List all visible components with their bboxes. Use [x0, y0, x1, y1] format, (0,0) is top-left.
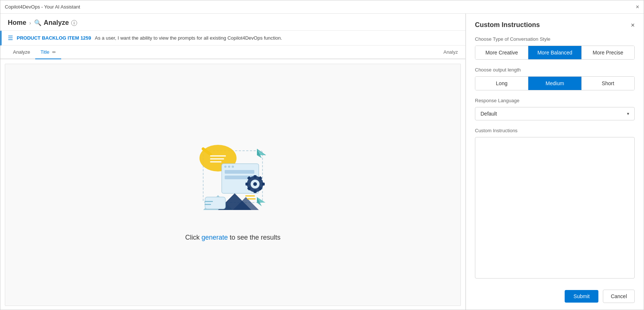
backlog-item-icon: ☰: [8, 34, 13, 41]
custom-instructions-textarea[interactable]: [475, 137, 635, 279]
response-language-value: Default: [480, 111, 497, 117]
submit-button[interactable]: Submit: [565, 290, 599, 303]
style-more-balanced-button[interactable]: More Balanced: [528, 46, 581, 59]
item-description: As a user, I want the ability to view th…: [95, 35, 282, 41]
tab-row: Analyze Title ✏ Analyz: [0, 46, 465, 59]
panel-header: Custom Instructions ×: [475, 21, 635, 29]
svg-rect-20: [245, 183, 248, 186]
output-length-label: Choose output length: [475, 67, 635, 73]
style-more-creative-button[interactable]: More Creative: [475, 46, 528, 59]
analyze-label: Analyze: [44, 19, 69, 27]
window-close-button[interactable]: ×: [636, 4, 639, 10]
custom-instructions-label: Custom Instructions: [475, 128, 635, 133]
backlog-item-link[interactable]: PRODUCT BACKLOG ITEM 1259: [17, 35, 91, 41]
action-buttons: Submit Cancel: [475, 286, 635, 303]
response-language-label: Response Language: [475, 98, 635, 103]
length-long-button[interactable]: Long: [475, 77, 528, 90]
conversation-style-group: More Creative More Balanced More Precise: [475, 46, 635, 60]
svg-point-17: [253, 182, 257, 186]
title-bar: Copilot4DevOps - Your AI Assistant ×: [0, 0, 644, 14]
tab-right-label: Analyz: [443, 49, 458, 55]
length-short-button[interactable]: Short: [582, 77, 634, 90]
analyze-nav: 🔍 Analyze i: [34, 19, 77, 27]
svg-point-11: [228, 166, 230, 168]
length-medium-button[interactable]: Medium: [528, 77, 581, 90]
cancel-button[interactable]: Cancel: [603, 290, 635, 303]
svg-rect-29: [205, 197, 225, 209]
app-title: Copilot4DevOps - Your AI Assistant: [5, 4, 80, 10]
tab-title[interactable]: Title ✏: [35, 46, 61, 59]
info-icon[interactable]: i: [71, 20, 77, 26]
app-layout: Home › 🔍 Analyze i ☰ PRODUCT BACKLOG ITE…: [0, 14, 644, 310]
conversation-style-label: Choose Type of Conversation Style: [475, 36, 635, 42]
left-panel: Home › 🔍 Analyze i ☰ PRODUCT BACKLOG ITE…: [0, 14, 466, 310]
svg-point-10: [224, 166, 227, 168]
svg-rect-19: [254, 190, 257, 193]
svg-point-12: [232, 166, 234, 168]
custom-instructions-section: Custom Instructions: [475, 128, 635, 286]
style-more-precise-button[interactable]: More Precise: [582, 46, 634, 59]
panel-close-button[interactable]: ×: [631, 22, 635, 29]
illustration: [181, 129, 285, 225]
content-area: Click generate to see the results: [5, 64, 461, 306]
chevron-down-icon: ▾: [627, 111, 629, 116]
item-row: ☰ PRODUCT BACKLOG ITEM 1259 As a user, I…: [0, 31, 465, 46]
svg-rect-18: [254, 175, 257, 178]
svg-rect-21: [262, 183, 265, 186]
panel-title: Custom Instructions: [475, 21, 540, 29]
nav-chevron-icon: ›: [29, 20, 31, 26]
output-length-group: Long Medium Short: [475, 76, 635, 90]
response-language-dropdown[interactable]: Default ▾: [475, 107, 635, 120]
generate-link[interactable]: generate: [201, 234, 228, 241]
search-icon: 🔍: [34, 19, 42, 26]
right-panel: Custom Instructions × Choose Type of Con…: [466, 14, 644, 310]
tab-analyze[interactable]: Analyze: [8, 46, 35, 59]
tab-edit-icon[interactable]: ✏: [52, 50, 56, 55]
svg-rect-13: [225, 170, 254, 174]
home-nav-link[interactable]: Home: [8, 19, 26, 27]
header-nav: Home › 🔍 Analyze i: [0, 14, 465, 31]
click-generate-text: Click generate to see the results: [185, 234, 280, 241]
